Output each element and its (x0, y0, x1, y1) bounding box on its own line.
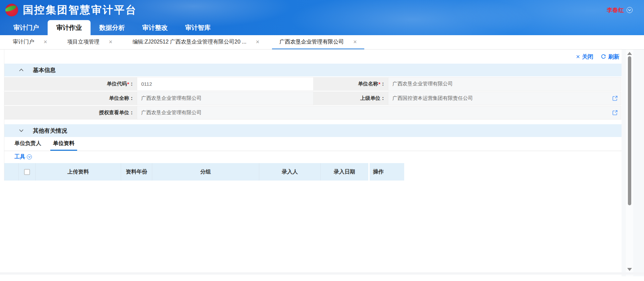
unit-code-input[interactable] (141, 81, 309, 87)
page-tab-company-detail[interactable]: 广西农垦企业管理有限公司 × (272, 35, 364, 49)
column-header-group[interactable]: 分组 (152, 163, 259, 181)
section-basic-info-header[interactable]: 基本信息 (4, 64, 622, 76)
panel-actions: × 关闭 刷新 (4, 50, 622, 64)
detail-panel: × 关闭 刷新 基本信息 单位代码*： (4, 50, 622, 181)
page-tab-label[interactable]: 编辑:ZJ202512 广西农垦企业管理有限公司20 ... (132, 39, 247, 46)
scrollbar-thumb[interactable] (628, 56, 631, 205)
materials-table-header: 上传资料 资料年份 分组 录入人 录入日期 操作 (4, 163, 622, 181)
field-label-authorized-units: 授权查看单位： (4, 106, 137, 120)
banner: 国控集团智慧审计平台 李春红 (0, 0, 644, 20)
user-name[interactable]: 李春红 (607, 6, 624, 14)
subtab-unit-materials[interactable]: 单位资料 (50, 137, 77, 151)
page-tab-audit-portal[interactable]: 审计门户 × (5, 35, 55, 49)
refresh-icon (601, 54, 606, 59)
page-tab-edit-project[interactable]: 编辑:ZJ202512 广西农垦企业管理有限公司20 ... × (125, 35, 267, 49)
field-value-unit-code[interactable] (137, 77, 314, 91)
external-link-icon[interactable] (612, 96, 618, 102)
tools-dropdown[interactable]: 工具 (14, 153, 25, 160)
tab-close-icon[interactable]: × (109, 39, 113, 45)
other-info-subtabs: 单位负责人 单位资料 (4, 137, 622, 151)
nav-tab-audit-work[interactable]: 审计作业 (48, 20, 91, 35)
field-label-unit-name: 单位名称*： (314, 77, 388, 91)
scrollbar-up-arrow-icon[interactable] (627, 52, 632, 55)
refresh-button[interactable]: 刷新 (601, 53, 620, 61)
user-menu[interactable]: 李春红 (607, 6, 639, 14)
close-icon: × (576, 53, 580, 61)
field-value-parent-unit: 广西国控资本运营集团有限责任公司 (388, 91, 621, 105)
app-title: 国控集团智慧审计平台 (23, 3, 137, 17)
close-label: 关闭 (582, 53, 593, 61)
page-tab-bar: 审计门户 × 项目立项管理 × 编辑:ZJ202512 广西农垦企业管理有限公司… (0, 35, 644, 50)
external-link-icon[interactable] (612, 110, 618, 116)
close-button[interactable]: × 关闭 (576, 53, 593, 61)
content-area: × 关闭 刷新 基本信息 单位代码*： (0, 50, 644, 281)
company-logo-icon (5, 4, 18, 16)
column-header-action: 操作 (370, 163, 404, 181)
tab-close-icon[interactable]: × (44, 39, 47, 45)
checkbox-column-header (19, 163, 36, 181)
field-label-unit-fullname: 单位全称： (4, 91, 137, 105)
main-nav: 审计门户 审计作业 数据分析 审计整改 审计智库 (0, 20, 644, 35)
user-chevron-down-icon[interactable] (627, 7, 633, 13)
section-other-info-header[interactable]: 其他有关情况 (4, 124, 622, 137)
bottom-strip (0, 272, 644, 275)
nav-tab-audit-portal[interactable]: 审计门户 (5, 20, 48, 35)
field-label-parent-unit: 上级单位： (314, 91, 388, 105)
section-title: 其他有关情况 (33, 127, 67, 135)
page-tab-label[interactable]: 广西农垦企业管理有限公司 (279, 39, 344, 46)
chevron-up-icon[interactable] (19, 69, 23, 71)
field-value-authorized-units: 广西农垦企业管理有限公司 (137, 106, 621, 120)
refresh-label: 刷新 (608, 53, 620, 61)
app-header: 国控集团智慧审计平台 李春红 审计门户 审计作业 数据分析 审计整改 审计智库 (0, 0, 644, 35)
column-header-upload[interactable]: 上传资料 (36, 163, 121, 181)
basic-info-form: 单位代码*： 单位名称*： 广西农垦企业管理有限公司 单位全称： 广西农垦企业管… (4, 77, 622, 120)
section-title: 基本信息 (33, 66, 56, 74)
nav-tab-audit-rectify[interactable]: 审计整改 (133, 20, 176, 35)
scrollbar-down-arrow-icon[interactable] (627, 268, 632, 271)
field-label-unit-code: 单位代码*： (4, 77, 137, 91)
column-header-entry-date[interactable]: 录入日期 (321, 163, 368, 181)
subtab-unit-leader[interactable]: 单位负责人 (12, 137, 44, 151)
page-tab-label[interactable]: 审计门户 (13, 39, 34, 46)
tab-close-icon[interactable]: × (353, 39, 357, 45)
column-header-year[interactable]: 资料年份 (121, 163, 152, 181)
field-value-unit-name: 广西农垦企业管理有限公司 (388, 77, 621, 91)
nav-tab-audit-library[interactable]: 审计智库 (176, 20, 219, 35)
tools-row: 工具 (4, 151, 622, 162)
tools-chevron-down-icon[interactable] (27, 154, 32, 159)
select-all-checkbox[interactable] (24, 169, 30, 175)
page-tab-label[interactable]: 项目立项管理 (67, 39, 100, 46)
nav-tab-data-analysis[interactable]: 数据分析 (91, 20, 133, 35)
page-tab-project-setup[interactable]: 项目立项管理 × (60, 35, 120, 49)
chevron-down-icon[interactable] (19, 129, 23, 132)
expand-column-header (4, 163, 19, 181)
column-header-enterer[interactable]: 录入人 (259, 163, 321, 181)
tab-close-icon[interactable]: × (256, 39, 260, 45)
vertical-scrollbar[interactable] (626, 50, 633, 276)
field-value-unit-fullname: 广西农垦企业管理有限公司 (137, 91, 314, 105)
